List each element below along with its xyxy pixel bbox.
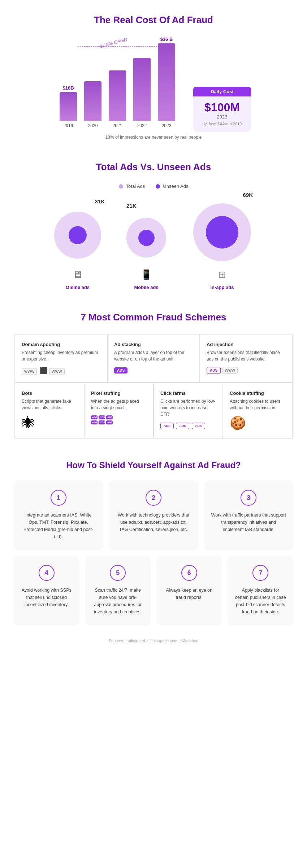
inapp-icon: ⊞	[218, 269, 226, 280]
daily-cost-header: Daily Cost	[193, 87, 251, 96]
daily-cost-note: Up from $44M in 2019	[202, 122, 242, 126]
scheme-desc-domain: Presenting cheap inventory as premium or…	[22, 349, 100, 362]
scheme-icon-pixel: ADS ADS ADS ADS ADS ADS	[91, 415, 147, 424]
bar-label-2020	[92, 74, 94, 80]
schemes-grid-top: Domain spoofing Presenting cheap invento…	[14, 334, 293, 383]
legend-dot-unseen	[156, 184, 160, 189]
step-text-7: Apply blacklists for certain publishers …	[235, 587, 286, 616]
scheme-ad-stacking: Ad stacking A program adds a layer on to…	[107, 334, 200, 383]
scheme-desc-cookie: Attaching cookies to users without their…	[230, 398, 285, 411]
circle-group-inapp: 69K 12K ⊞ In-app ads	[191, 200, 253, 290]
online-inner-label: 5.4K	[73, 233, 82, 238]
step-number-1: 1	[51, 490, 66, 506]
pixel-ad-1: ADS	[91, 415, 98, 419]
click-farm-ad-2: ADS	[176, 423, 189, 429]
sources-note: Sources: trafficguard.ai, instapage.com,…	[14, 631, 293, 650]
bar-year-2020: 2020	[88, 123, 98, 128]
section-ads-comparison: Total Ads Vs. Unseen Ads Total Ads Unsee…	[0, 151, 307, 301]
scheme-ad-injection: Ad injection Browser extensions that ill…	[200, 334, 292, 383]
step-text-6: Always keep an eye on fraud reports.	[164, 587, 215, 601]
section-fraud-cost: The Real Cost Of Ad Fraud 17.8% CAGR $18…	[0, 0, 307, 151]
mobile-outer-circle: 3.9K	[126, 218, 166, 258]
pixel-ad-6: ADS	[106, 420, 113, 424]
scheme-desc-pixel: When the ad gets placed into a single pi…	[91, 398, 147, 411]
scheme-click-farms: Click farms Clicks are performed by low-…	[154, 383, 223, 438]
scheme-desc-injection: Browser extensions that illegally place …	[207, 349, 285, 362]
scheme-icon-bots: 🕷	[22, 415, 77, 431]
scheme-title-click: Click farms	[160, 390, 216, 396]
schemes-title: 7 Most Common Fraud Schemes	[14, 312, 293, 323]
inapp-label: In-app ads	[210, 285, 234, 290]
chart-footer-note: 18% of impressions are never seen by rea…	[22, 135, 285, 140]
www-icon: WWW	[22, 368, 37, 375]
legend-label-unseen: Unseen Ads	[163, 183, 188, 189]
bar-rect-2022	[133, 58, 151, 121]
pixel-ad-5: ADS	[99, 420, 105, 424]
mobile-icon: 📱	[140, 269, 152, 280]
step-number-3: 3	[241, 490, 256, 506]
scheme-icon-cookie: 🍪	[230, 415, 285, 431]
section-fraud-schemes: 7 Most Common Fraud Schemes Domain spoof…	[0, 301, 307, 449]
legend: Total Ads Unseen Ads	[22, 183, 285, 189]
legend-unseen-ads: Unseen Ads	[156, 183, 188, 189]
step-number-5: 5	[110, 565, 126, 581]
bar-2020: 2020	[84, 74, 101, 128]
scheme-desc-bots: Scripts that generate fake views, instal…	[22, 398, 77, 411]
scheme-pixel-stuffing: Pixel stuffing When the ad gets placed i…	[84, 383, 154, 438]
legend-dot-total	[119, 184, 123, 189]
step-number-4: 4	[39, 565, 55, 581]
mobile-label: Mobile ads	[134, 285, 158, 290]
bar-year-2023: 2023	[162, 123, 172, 128]
step-3: 3 Work with traffic partners that suppor…	[205, 481, 293, 549]
www-inject-icon: WWW	[222, 367, 238, 374]
click-farm-ad-3: ADS	[192, 423, 205, 429]
scheme-cookie-stuffing: Cookie stuffing Attaching cookies to use…	[223, 383, 292, 438]
scheme-desc-click: Clicks are performed by low-paid workers…	[160, 398, 216, 418]
step-text-2: Work with technology providers that use …	[116, 511, 191, 533]
step-4: 4 Avoid working with SSPs that sell undi…	[14, 556, 79, 624]
pixel-ad-2: ADS	[99, 415, 105, 419]
circle-group-online: 31K 5.4K 🖥 Online ads	[54, 206, 101, 290]
scheme-icon-click: ADS ADS ADS	[160, 422, 216, 429]
steps-grid-bottom: 4 Avoid working with SSPs that sell undi…	[14, 556, 293, 624]
shield-title: How To Shield Yourself Against Ad Fraud?	[14, 460, 293, 470]
bar-chart: $18B 2019 2020 2021 2022	[56, 36, 179, 128]
scheme-title-injection: Ad injection	[207, 342, 285, 347]
bar-label-2021	[117, 64, 118, 69]
step-text-5: Scan traffic 24/7, make sure you have pr…	[92, 587, 144, 616]
inapp-total-label: 69K	[243, 192, 253, 198]
bar-2019: $18B 2019	[60, 85, 77, 128]
circles-row: 31K 5.4K 🖥 Online ads 21K 3.9K 📱 Mobile …	[22, 200, 285, 290]
bar-label-2019: $18B	[62, 85, 74, 91]
mobile-total-label: 21K	[126, 203, 137, 209]
bar-rect-2019	[60, 92, 77, 121]
bar-label-2023: $36 B	[160, 36, 173, 42]
circle-group-mobile: 21K 3.9K 📱 Mobile ads	[123, 211, 170, 290]
bar-year-2022: 2022	[137, 123, 147, 128]
daily-cost-value: $100M	[202, 101, 242, 114]
scheme-title-domain: Domain spoofing	[22, 342, 100, 347]
bar-rect-2023	[158, 43, 175, 121]
daily-cost-year: 2023	[202, 114, 242, 120]
bar-year-2021: 2021	[113, 123, 122, 128]
step-number-7: 7	[252, 565, 268, 581]
scheme-title-pixel: Pixel stuffing	[91, 390, 147, 396]
step-6: 6 Always keep an eye on fraud reports.	[157, 556, 221, 624]
pixel-ad-3: ADS	[106, 415, 113, 419]
scheme-bots: Bots Scripts that generate fake views, i…	[15, 383, 84, 438]
scheme-icon-injection: ADS WWW	[207, 367, 285, 374]
step-7: 7 Apply blacklists for certain publisher…	[229, 556, 293, 624]
online-label: Online ads	[66, 285, 90, 290]
scheme-icon-domain: WWW ⬛ WWW	[22, 367, 100, 375]
step-2: 2 Work with technology providers that us…	[109, 481, 197, 549]
step-text-1: Integrate ad scanners IAS, White Ops, TM…	[21, 511, 96, 540]
step-number-2: 2	[146, 490, 161, 506]
scheme-icon-stacking: ADS	[114, 367, 193, 373]
section-shield: How To Shield Yourself Against Ad Fraud?…	[0, 449, 307, 661]
scheme-desc-stacking: A program adds a layer on top of the web…	[114, 349, 193, 362]
ads-comparison-title: Total Ads Vs. Unseen Ads	[22, 161, 285, 173]
mobile-inner-label: 3.9K	[142, 235, 151, 240]
pixel-ad-4: ADS	[91, 420, 98, 424]
bar-2021: 2021	[109, 64, 126, 128]
bug-icon: 🕷	[22, 415, 35, 430]
